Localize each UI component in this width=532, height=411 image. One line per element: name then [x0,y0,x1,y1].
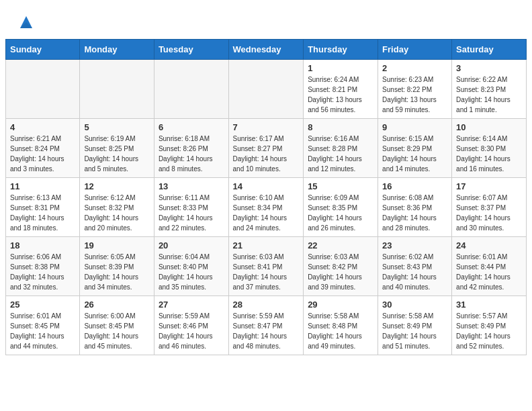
calendar-day-cell: 30Sunrise: 5:58 AMSunset: 8:49 PMDayligh… [378,296,452,355]
logo [16,12,39,32]
calendar-day-cell: 20Sunrise: 6:04 AMSunset: 8:40 PMDayligh… [154,237,228,296]
day-number: 16 [382,181,447,191]
calendar-day-cell: 22Sunrise: 6:03 AMSunset: 8:42 PMDayligh… [304,237,378,296]
calendar-day-cell: 6Sunrise: 6:18 AMSunset: 8:26 PMDaylight… [154,119,228,178]
day-info: Sunrise: 6:24 AMSunset: 8:21 PMDaylight:… [308,75,373,115]
day-info: Sunrise: 6:00 AMSunset: 8:45 PMDaylight:… [84,311,150,351]
day-number: 14 [233,181,300,191]
day-info: Sunrise: 6:16 AMSunset: 8:28 PMDaylight:… [308,134,373,174]
day-number: 4 [10,122,75,132]
calendar-day-cell: 21Sunrise: 6:03 AMSunset: 8:41 PMDayligh… [228,237,304,296]
day-number: 17 [456,181,522,191]
day-info: Sunrise: 6:11 AMSunset: 8:33 PMDaylight:… [159,193,224,233]
calendar-day-cell: 13Sunrise: 6:11 AMSunset: 8:33 PMDayligh… [154,178,228,237]
calendar-day-header: Sunday [6,40,80,60]
calendar-day-cell: 16Sunrise: 6:08 AMSunset: 8:36 PMDayligh… [378,178,452,237]
calendar-week-row: 11Sunrise: 6:13 AMSunset: 8:31 PMDayligh… [6,178,527,237]
day-info: Sunrise: 6:03 AMSunset: 8:41 PMDaylight:… [233,252,300,292]
day-info: Sunrise: 6:23 AMSunset: 8:22 PMDaylight:… [382,75,447,115]
day-number: 24 [456,240,522,250]
calendar-header-row: SundayMondayTuesdayWednesdayThursdayFrid… [6,40,527,60]
day-number: 11 [10,181,75,191]
day-number: 5 [84,122,150,132]
day-info: Sunrise: 5:59 AMSunset: 8:46 PMDaylight:… [159,311,224,351]
day-number: 30 [382,300,447,310]
calendar-week-row: 25Sunrise: 6:01 AMSunset: 8:45 PMDayligh… [6,296,527,355]
calendar-day-cell: 9Sunrise: 6:15 AMSunset: 8:29 PMDaylight… [378,119,452,178]
day-number: 13 [159,181,224,191]
day-info: Sunrise: 6:22 AMSunset: 8:23 PMDaylight:… [456,75,522,115]
day-number: 9 [382,122,447,132]
calendar-day-cell: 12Sunrise: 6:12 AMSunset: 8:32 PMDayligh… [80,178,154,237]
calendar-day-cell: 10Sunrise: 6:14 AMSunset: 8:30 PMDayligh… [452,119,527,178]
calendar-day-cell [80,60,154,119]
calendar-day-cell: 5Sunrise: 6:19 AMSunset: 8:25 PMDaylight… [80,119,154,178]
day-number: 3 [456,63,522,73]
calendar-day-cell: 31Sunrise: 5:57 AMSunset: 8:49 PMDayligh… [452,296,527,355]
calendar-day-cell: 7Sunrise: 6:17 AMSunset: 8:27 PMDaylight… [228,119,304,178]
day-number: 6 [159,122,224,132]
calendar-week-row: 4Sunrise: 6:21 AMSunset: 8:24 PMDaylight… [6,119,527,178]
calendar-day-header: Wednesday [228,40,304,60]
day-info: Sunrise: 6:19 AMSunset: 8:25 PMDaylight:… [84,134,150,174]
day-info: Sunrise: 6:01 AMSunset: 8:45 PMDaylight:… [10,311,75,351]
day-number: 25 [10,300,75,310]
day-info: Sunrise: 6:09 AMSunset: 8:35 PMDaylight:… [308,193,373,233]
calendar-day-header: Tuesday [154,40,228,60]
calendar-day-cell: 29Sunrise: 5:58 AMSunset: 8:48 PMDayligh… [304,296,378,355]
day-number: 7 [233,122,300,132]
calendar-day-cell: 23Sunrise: 6:02 AMSunset: 8:43 PMDayligh… [378,237,452,296]
calendar-day-cell: 28Sunrise: 5:59 AMSunset: 8:47 PMDayligh… [228,296,304,355]
calendar-day-cell: 4Sunrise: 6:21 AMSunset: 8:24 PMDaylight… [6,119,80,178]
calendar-day-cell: 14Sunrise: 6:10 AMSunset: 8:34 PMDayligh… [228,178,304,237]
day-info: Sunrise: 6:21 AMSunset: 8:24 PMDaylight:… [10,134,75,174]
calendar-day-cell [6,60,80,119]
day-info: Sunrise: 6:08 AMSunset: 8:36 PMDaylight:… [382,193,447,233]
day-info: Sunrise: 6:14 AMSunset: 8:30 PMDaylight:… [456,134,522,174]
day-number: 8 [308,122,373,132]
calendar-day-cell: 8Sunrise: 6:16 AMSunset: 8:28 PMDaylight… [304,119,378,178]
day-info: Sunrise: 6:01 AMSunset: 8:44 PMDaylight:… [456,252,522,292]
day-info: Sunrise: 6:13 AMSunset: 8:31 PMDaylight:… [10,193,75,233]
calendar-day-cell: 15Sunrise: 6:09 AMSunset: 8:35 PMDayligh… [304,178,378,237]
day-number: 10 [456,122,522,132]
calendar-day-cell: 11Sunrise: 6:13 AMSunset: 8:31 PMDayligh… [6,178,80,237]
day-number: 29 [308,300,373,310]
day-number: 18 [10,240,75,250]
day-info: Sunrise: 6:04 AMSunset: 8:40 PMDaylight:… [159,252,224,292]
calendar-day-header: Friday [378,40,452,60]
calendar-day-cell: 24Sunrise: 6:01 AMSunset: 8:44 PMDayligh… [452,237,527,296]
calendar-day-header: Thursday [304,40,378,60]
day-info: Sunrise: 5:58 AMSunset: 8:49 PMDaylight:… [382,311,447,351]
calendar-wrap: SundayMondayTuesdayWednesdayThursdayFrid… [0,39,532,361]
day-info: Sunrise: 5:59 AMSunset: 8:47 PMDaylight:… [233,311,300,351]
calendar-day-cell: 26Sunrise: 6:00 AMSunset: 8:45 PMDayligh… [80,296,154,355]
day-info: Sunrise: 6:12 AMSunset: 8:32 PMDaylight:… [84,193,150,233]
calendar-day-cell: 1Sunrise: 6:24 AMSunset: 8:21 PMDaylight… [304,60,378,119]
day-number: 27 [159,300,224,310]
day-info: Sunrise: 6:18 AMSunset: 8:26 PMDaylight:… [159,134,224,174]
day-info: Sunrise: 5:57 AMSunset: 8:49 PMDaylight:… [456,311,522,351]
day-info: Sunrise: 6:17 AMSunset: 8:27 PMDaylight:… [233,134,300,174]
day-info: Sunrise: 6:02 AMSunset: 8:43 PMDaylight:… [382,252,447,292]
day-number: 26 [84,300,150,310]
calendar-day-header: Monday [80,40,154,60]
day-number: 2 [382,63,447,73]
day-number: 23 [382,240,447,250]
day-number: 31 [456,300,522,310]
day-number: 1 [308,63,373,73]
calendar-day-cell [154,60,228,119]
day-info: Sunrise: 6:15 AMSunset: 8:29 PMDaylight:… [382,134,447,174]
calendar-day-cell: 18Sunrise: 6:06 AMSunset: 8:38 PMDayligh… [6,237,80,296]
day-number: 12 [84,181,150,191]
day-number: 20 [159,240,224,250]
calendar-day-cell: 19Sunrise: 6:05 AMSunset: 8:39 PMDayligh… [80,237,154,296]
calendar-day-cell [228,60,304,119]
day-number: 15 [308,181,373,191]
calendar-day-cell: 2Sunrise: 6:23 AMSunset: 8:22 PMDaylight… [378,60,452,119]
day-info: Sunrise: 5:58 AMSunset: 8:48 PMDaylight:… [308,311,373,351]
day-number: 22 [308,240,373,250]
calendar-week-row: 1Sunrise: 6:24 AMSunset: 8:21 PMDaylight… [6,60,527,119]
calendar-week-row: 18Sunrise: 6:06 AMSunset: 8:38 PMDayligh… [6,237,527,296]
page-header [0,0,532,39]
